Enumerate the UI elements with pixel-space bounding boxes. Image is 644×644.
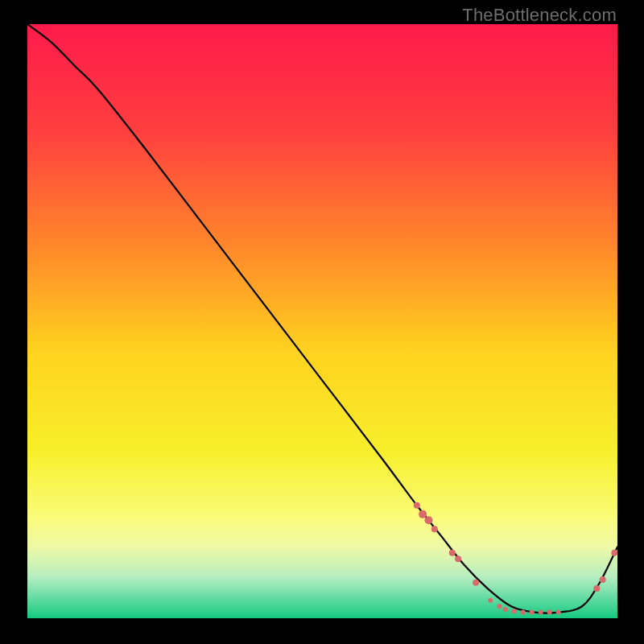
highlight-dot bbox=[455, 555, 461, 562]
bottleneck-curve-path bbox=[27, 24, 617, 613]
curve-layer bbox=[27, 24, 617, 618]
highlight-dot bbox=[539, 610, 543, 615]
highlight-dot bbox=[611, 550, 617, 556]
highlight-dot bbox=[497, 604, 502, 609]
highlight-dot bbox=[414, 502, 420, 509]
chart-stage: TheBottleneck.com bbox=[0, 0, 644, 644]
highlight-dot bbox=[556, 610, 561, 615]
highlight-dot bbox=[593, 585, 600, 592]
highlight-dot bbox=[488, 598, 493, 603]
watermark-text: TheBottleneck.com bbox=[462, 5, 617, 26]
highlight-dot bbox=[449, 550, 456, 556]
plot-area bbox=[27, 24, 617, 618]
highlight-dot bbox=[431, 526, 438, 532]
highlight-dots-group bbox=[414, 502, 617, 615]
highlight-dot bbox=[424, 516, 432, 524]
highlight-dot bbox=[503, 607, 508, 612]
highlight-dot bbox=[530, 610, 535, 615]
highlight-dot bbox=[473, 580, 479, 586]
highlight-dot bbox=[512, 609, 517, 613]
highlight-dot bbox=[419, 510, 427, 518]
highlight-dot bbox=[521, 610, 526, 615]
highlight-dot bbox=[547, 610, 552, 615]
highlight-dot bbox=[600, 576, 606, 583]
